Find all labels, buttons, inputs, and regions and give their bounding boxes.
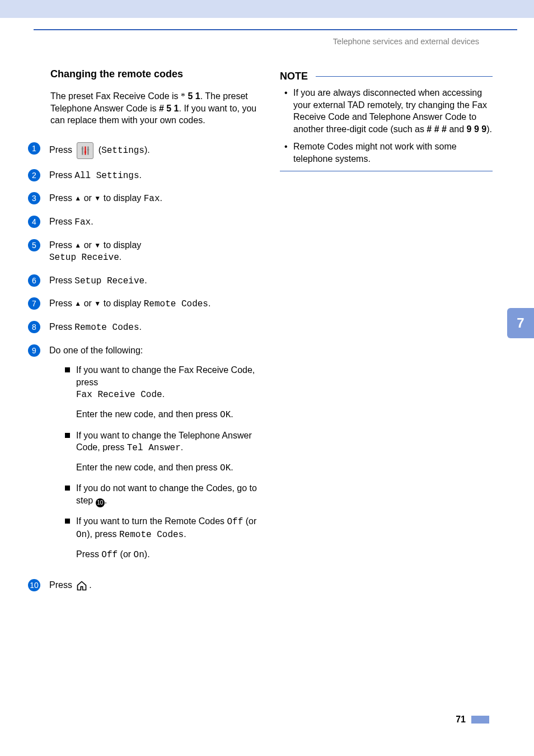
down-arrow-icon: ▼ — [94, 194, 101, 202]
step-number-badge: 4 — [28, 216, 40, 228]
step-number-badge: 2 — [28, 169, 40, 181]
step-9: 9 Do one of the following: If you want t… — [50, 344, 257, 570]
step-body: Press Remote Codes. — [49, 321, 257, 334]
step-body: Press ▲ or ▼ to display Remote Codes. — [49, 297, 257, 311]
step-3: 3 Press ▲ or ▼ to display Fax. — [50, 192, 257, 206]
svg-rect-1 — [85, 146, 87, 155]
note-item: If you are always disconnected when acce… — [280, 87, 493, 135]
step-number-badge: 8 — [28, 321, 40, 333]
svg-point-3 — [82, 148, 84, 150]
step-number-badge: 6 — [28, 274, 40, 287]
section-title: Changing the remote codes — [50, 68, 257, 80]
page: Telephone services and external devices … — [0, 0, 534, 756]
step-1: 1 Press (Settings). — [50, 142, 257, 159]
sub-options-list: If you want to change the Fax Receive Co… — [65, 364, 257, 561]
step-body: Do one of the following: If you want to … — [49, 344, 257, 570]
header-divider — [34, 29, 517, 30]
step-body: Press . — [49, 579, 257, 592]
sub-option: If you want to change the Fax Receive Co… — [65, 364, 257, 421]
svg-point-5 — [87, 148, 90, 151]
step-ref-10: 10 — [96, 498, 105, 507]
settings-icon — [77, 142, 93, 159]
step-10: 10 Press . — [50, 579, 257, 592]
content-columns: Changing the remote codes The preset Fax… — [0, 46, 534, 602]
intro-paragraph: The preset Fax Receive Code is * 5 1. Th… — [50, 90, 257, 127]
step-body: Press ▲ or ▼ to displaySetup Receive. — [49, 239, 257, 264]
step-2: 2 Press All Settings. — [50, 169, 257, 183]
left-column: Changing the remote codes The preset Fax… — [50, 68, 257, 602]
chapter-tab: 7 — [507, 308, 534, 338]
note-footer-line — [280, 171, 493, 172]
step-body: Press All Settings. — [49, 169, 257, 183]
sub-option: If you want to turn the Remote Codes Off… — [65, 515, 257, 562]
step-body: Press (Settings). — [49, 142, 257, 159]
note-item: Remote Codes might not work with some te… — [280, 141, 493, 165]
right-column: NOTE If you are always disconnected when… — [280, 68, 493, 602]
up-arrow-icon: ▲ — [74, 194, 81, 202]
breadcrumb: Telephone services and external devices — [0, 37, 479, 46]
step-8: 8 Press Remote Codes. — [50, 321, 257, 334]
step-number-badge: 9 — [28, 344, 40, 357]
step-number-badge: 5 — [28, 239, 40, 251]
home-icon — [76, 580, 88, 592]
page-number: 71 — [456, 715, 466, 725]
down-arrow-icon: ▼ — [94, 241, 101, 249]
step-body: Press Setup Receive. — [49, 274, 257, 288]
step-body: Press ▲ or ▼ to display Fax. — [49, 192, 257, 206]
sub-option: If you want to change the Telephone Answ… — [65, 430, 257, 475]
up-arrow-icon: ▲ — [74, 241, 81, 249]
note-list: If you are always disconnected when acce… — [280, 87, 493, 165]
step-4: 4 Press Fax. — [50, 216, 257, 229]
sub-option: If you do not want to change the Codes, … — [65, 482, 257, 507]
svg-point-4 — [85, 151, 87, 153]
page-footer: 71 — [456, 715, 489, 725]
step-body: Press Fax. — [49, 216, 257, 229]
top-accent-bar — [0, 0, 534, 18]
note-block: NOTE If you are always disconnected when… — [280, 71, 493, 171]
step-6: 6 Press Setup Receive. — [50, 274, 257, 288]
down-arrow-icon: ▼ — [94, 300, 101, 307]
step-number-badge: 3 — [28, 192, 40, 204]
step-number-badge: 1 — [28, 142, 40, 155]
up-arrow-icon: ▲ — [74, 300, 81, 307]
footer-accent-bar — [471, 716, 489, 724]
step-number-badge: 7 — [28, 297, 40, 310]
note-header-line — [316, 76, 493, 77]
step-5: 5 Press ▲ or ▼ to displaySetup Receive. — [50, 239, 257, 264]
step-number-badge: 10 — [28, 579, 40, 591]
step-7: 7 Press ▲ or ▼ to display Remote Codes. — [50, 297, 257, 311]
svg-rect-0 — [82, 146, 84, 155]
note-title: NOTE — [280, 71, 308, 82]
